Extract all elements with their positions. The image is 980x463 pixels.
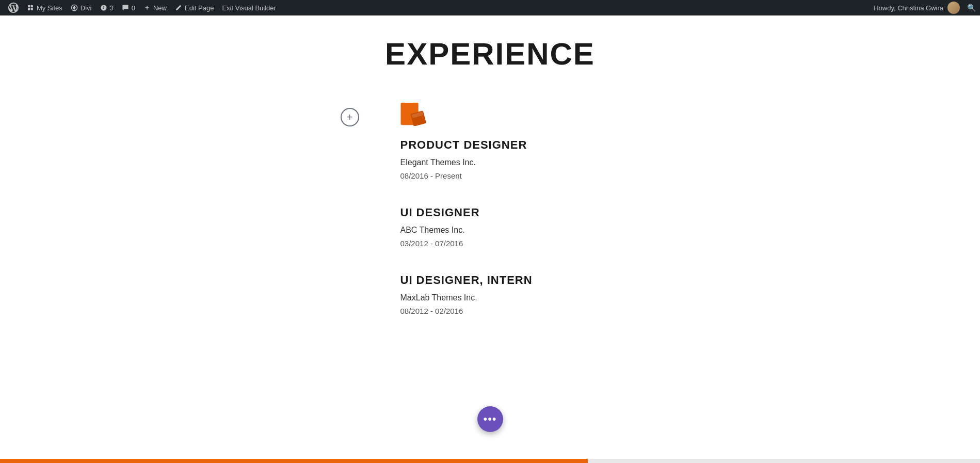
howdy-text: Howdy, Christina Gwira xyxy=(874,4,943,12)
page-content: EXPERIENCE + xyxy=(0,15,980,341)
job-title-2: UI DESIGNER xyxy=(400,206,692,219)
comments-count: 0 xyxy=(132,4,135,12)
job-dates-2: 03/2012 - 07/2016 xyxy=(400,239,692,248)
edit-page-item[interactable]: Edit Page xyxy=(171,0,218,15)
experience-section: EXPERIENCE + xyxy=(258,36,722,341)
my-sites-label: My Sites xyxy=(37,4,62,12)
job-entry-ui-designer: UI DESIGNER ABC Themes Inc. 03/2012 - 07… xyxy=(400,206,692,248)
comments-item[interactable]: 0 xyxy=(118,0,139,15)
my-sites-item[interactable]: My Sites xyxy=(23,0,67,15)
exit-visual-builder-label: Exit Visual Builder xyxy=(222,4,276,12)
admin-bar: My Sites Divi 3 0 New Edit Page Exit Vis… xyxy=(0,0,980,15)
updates-item[interactable]: 3 xyxy=(96,0,118,15)
job-dates-3: 08/2012 - 02/2016 xyxy=(400,307,692,315)
fab-button[interactable]: ••• xyxy=(477,406,503,432)
job-company-1: Elegant Themes Inc. xyxy=(400,158,692,167)
job-dates-1: 08/2016 - Present xyxy=(400,171,692,180)
jobs-col: PRODUCT DESIGNER Elegant Themes Inc. 08/… xyxy=(400,103,692,341)
search-icon[interactable]: 🔍 xyxy=(967,4,976,12)
divi-item[interactable]: Divi xyxy=(67,0,96,15)
divi-label: Divi xyxy=(81,4,92,12)
new-label: New xyxy=(153,4,167,12)
job-company-3: MaxLab Themes Inc. xyxy=(400,293,692,302)
job-company-2: ABC Themes Inc. xyxy=(400,226,692,235)
job-entry-ui-designer-intern: UI DESIGNER, INTERN MaxLab Themes Inc. 0… xyxy=(400,274,692,315)
add-button-col: + xyxy=(341,103,359,126)
job-title-3: UI DESIGNER, INTERN xyxy=(400,274,692,287)
job-entry-product-designer: PRODUCT DESIGNER Elegant Themes Inc. 08/… xyxy=(400,138,692,180)
admin-bar-right: Howdy, Christina Gwira 🔍 xyxy=(874,2,976,14)
job-title-1: PRODUCT DESIGNER xyxy=(400,138,692,152)
edit-page-label: Edit Page xyxy=(185,4,214,12)
section-title: EXPERIENCE xyxy=(289,36,692,72)
swatches-icon xyxy=(400,103,692,128)
exit-visual-builder-item[interactable]: Exit Visual Builder xyxy=(218,0,280,15)
updates-count: 3 xyxy=(110,4,114,12)
add-content-button[interactable]: + xyxy=(341,108,359,126)
avatar xyxy=(947,2,960,14)
wp-logo-item[interactable] xyxy=(4,0,23,15)
content-area: + PRODUCT DESIGNER xyxy=(341,103,692,341)
bottom-bar-orange xyxy=(0,459,588,463)
bottom-bar xyxy=(0,459,980,463)
new-item[interactable]: New xyxy=(139,0,171,15)
